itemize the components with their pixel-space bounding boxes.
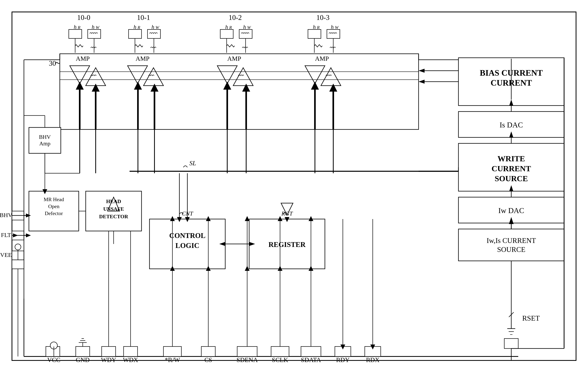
wdy-label: WDY <box>101 356 116 363</box>
rgt-label: RGT <box>281 210 293 217</box>
svg-rect-74 <box>458 229 564 261</box>
rdx-label: RDX <box>366 356 379 363</box>
bhv-label: BHV <box>0 212 12 218</box>
svg-point-179 <box>15 244 21 250</box>
svg-text:R: R <box>137 25 140 30</box>
svg-text:REGISTER: REGISTER <box>269 240 306 249</box>
svg-text:LOGIC: LOGIC <box>175 241 199 250</box>
svg-rect-151 <box>163 347 181 356</box>
flt-label: FLT <box>1 232 11 238</box>
svg-text:h: h <box>74 24 76 30</box>
svg-text:h: h <box>151 24 154 30</box>
rdy-label: RDY <box>336 356 350 363</box>
svg-rect-36 <box>308 30 321 39</box>
svg-text:R: R <box>78 25 81 30</box>
svg-text:h: h <box>225 24 228 30</box>
svg-text:AMP: AMP <box>76 55 90 62</box>
svg-text:h: h <box>243 24 246 30</box>
svg-text:SOURCE: SOURCE <box>497 246 525 253</box>
svg-text:AMP: AMP <box>315 55 329 62</box>
svg-text:h: h <box>92 24 94 30</box>
gnd-label: GND <box>76 356 90 363</box>
svg-text:W: W <box>247 25 251 30</box>
svg-text:h: h <box>134 24 136 30</box>
svg-text:CURRENT: CURRENT <box>492 164 531 173</box>
cs-label: CS <box>204 356 212 363</box>
iw-dac-label: Iw DAC <box>498 206 524 215</box>
svg-rect-9 <box>69 30 82 39</box>
svg-rect-160 <box>271 347 289 356</box>
svg-text:10-3: 10-3 <box>316 14 329 21</box>
svg-text:SOURCE: SOURCE <box>495 174 528 183</box>
svg-text:h: h <box>313 24 316 30</box>
svg-rect-27 <box>220 30 233 39</box>
svg-text:10-1: 10-1 <box>137 14 150 21</box>
svg-text:CONTROL: CONTROL <box>169 232 206 240</box>
svg-rect-163 <box>301 347 321 356</box>
svg-text:Defector: Defector <box>45 210 63 216</box>
wdx-label: WDX <box>123 356 138 363</box>
svg-text:30: 30 <box>49 59 56 67</box>
svg-rect-40 <box>60 54 419 130</box>
is-dac-label: Is DAC <box>500 121 523 129</box>
svg-text:MR Head: MR Head <box>44 197 64 202</box>
bhv-amp-label: BHV <box>39 134 51 140</box>
svg-text:HEAD: HEAD <box>106 199 121 204</box>
svg-text:AMP: AMP <box>227 55 241 62</box>
svg-text:10-0: 10-0 <box>77 14 90 21</box>
svg-rect-18 <box>128 30 142 39</box>
svg-text:h: h <box>331 24 334 30</box>
svg-rect-85 <box>504 339 518 349</box>
svg-text:WRITE: WRITE <box>497 154 525 163</box>
svg-rect-154 <box>201 347 215 356</box>
rw-label: *R/W <box>165 356 180 363</box>
sclk-label: SCLK <box>272 356 288 363</box>
svg-text:W: W <box>335 25 339 30</box>
svg-rect-224 <box>12 260 24 269</box>
svg-text:10-2: 10-2 <box>229 14 242 21</box>
rset-label: RSET <box>522 314 540 322</box>
svg-text:W: W <box>156 25 159 30</box>
svg-text:Amp: Amp <box>39 140 51 147</box>
svg-rect-19 <box>147 30 160 39</box>
vee-label: VEE <box>0 251 12 258</box>
svg-text:R: R <box>317 25 320 30</box>
svg-text:Open: Open <box>48 203 59 209</box>
sdena-label: SDENA <box>237 356 258 363</box>
svg-text:AMP: AMP <box>136 55 149 62</box>
svg-rect-37 <box>327 30 340 39</box>
svg-text:DETECTOR: DETECTOR <box>99 214 128 220</box>
svg-rect-10 <box>88 30 101 39</box>
sl-label: SL <box>189 160 196 167</box>
diagram-container: 30 10-0 h R h W 10-1 h R h W 10-2 h R h … <box>0 0 588 370</box>
svg-text:Iw,Is CURRENT: Iw,Is CURRENT <box>487 237 536 245</box>
svg-text:W: W <box>96 25 100 30</box>
svg-rect-147 <box>102 347 116 356</box>
svg-rect-157 <box>237 347 257 356</box>
sdata-label: SDATA <box>301 356 321 363</box>
svg-rect-28 <box>239 30 252 39</box>
vcc-label: VCC <box>47 356 60 363</box>
svg-rect-142 <box>76 347 90 356</box>
svg-rect-149 <box>124 347 137 356</box>
svg-text:R: R <box>229 25 232 30</box>
